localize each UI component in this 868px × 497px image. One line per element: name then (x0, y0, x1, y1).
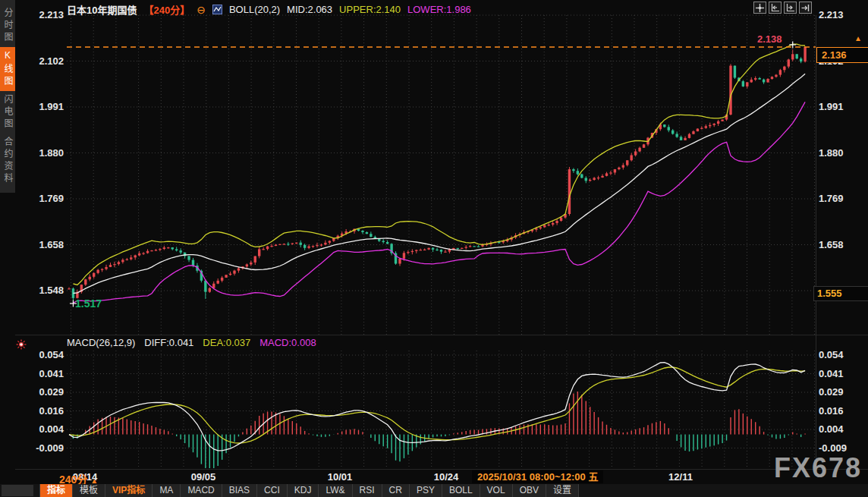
session-high-label: 2.138 (757, 33, 782, 45)
price-axis-label-right: 1.880 (819, 147, 864, 159)
instrument-title: 日本10年期国债 (67, 2, 137, 17)
tab-settings[interactable]: 设置 (546, 484, 579, 497)
price-alert-icon[interactable]: ▲ (854, 35, 862, 42)
price-axis-label-left: 2.213 (23, 9, 64, 21)
price-axis-label-right: 1.769 (819, 193, 864, 205)
macd-axis-label-left: 0.041 (23, 368, 64, 380)
price-axis-label-left: 1.769 (23, 193, 64, 205)
tab-boll[interactable]: BOLL (442, 484, 480, 497)
price-axis-label-left: 1.991 (23, 101, 64, 113)
macd-axis-label-left: 0.004 (23, 423, 64, 436)
boll-lower-value: LOWER:1.986 (407, 4, 471, 15)
tab-lw[interactable]: LW& (319, 484, 352, 497)
macd-axis-label-left: 0.029 (23, 386, 64, 398)
session-low-label: 1.517 (75, 297, 102, 310)
chart-header: 日本10年期国债 【240分】 ⊖ BOLL(20,2) MID:2.063 U… (67, 2, 471, 17)
macd-axis-label-right: -0.009 (819, 442, 864, 455)
macd-axis-label-left: -0.009 (23, 442, 64, 455)
tab-ma[interactable]: MA (153, 484, 181, 497)
macd-axis-label-left: 0.016 (23, 405, 64, 417)
tab-obv[interactable]: OBV (513, 484, 546, 497)
tab-indicators[interactable]: 指标 (39, 484, 73, 497)
corner-panel (2, 485, 33, 496)
x-axis-date-label: 09/05 (179, 471, 228, 483)
tab-kdj[interactable]: KDJ (288, 484, 319, 497)
indicator-tabbar: 指标模板VIP指标MAMACDBIASCCIKDJLW&RSICRPSYBOLL… (0, 484, 868, 497)
macd-diff-value: DIFF:0.041 (144, 337, 193, 348)
price-axis-label-right: 1.991 (819, 101, 864, 113)
macd-macd-value: MACD:0.008 (259, 337, 316, 348)
sidebar-item-flash-chart[interactable]: 闪电图 (0, 91, 15, 134)
reference-price-box: 1.555 (813, 286, 868, 301)
compress-left-icon[interactable] (769, 2, 782, 14)
macd-axis-label-right: 0.054 (819, 349, 864, 361)
period-label: 【240分】 (143, 2, 190, 17)
app-root: 分时图K线图闪电图合约资料 日本10年期国债 【240分】 ⊖ BOLL(20,… (0, 0, 868, 497)
price-axis-label-left: 2.102 (23, 55, 64, 68)
macd-axis-label-left: 0.054 (23, 349, 64, 361)
tab-vol[interactable]: VOL (480, 484, 513, 497)
x-axis-date-label: 10/01 (316, 471, 364, 483)
tab-vip-indicators[interactable]: VIP指标 (105, 484, 153, 497)
tab-rsi[interactable]: RSI (353, 484, 382, 497)
price-axis-label-left: 1.880 (23, 147, 64, 159)
macd-header: MACD(26,12,9) DIFF:0.041 DEA:0.037 MACD:… (67, 337, 316, 348)
tab-psy[interactable]: PSY (410, 484, 442, 497)
last-price-box: 2.136 (816, 47, 868, 63)
boll-label: BOLL(20,2) (229, 4, 280, 15)
x-axis-date-label: 12/11 (656, 471, 705, 483)
price-axis-label-right: 2.213 (819, 9, 864, 21)
price-axis-label-right: 1.658 (819, 239, 864, 251)
price-axis-label-left: 1.658 (23, 239, 64, 251)
boll-upper-value: UPPER:2.140 (339, 4, 401, 15)
tab-cci[interactable]: CCI (257, 484, 288, 497)
tab-macd[interactable]: MACD (181, 484, 222, 497)
collapse-icon[interactable]: ⊖ (197, 4, 206, 16)
macd-axis-label-right: 0.016 (819, 405, 864, 417)
x-axis-date-label: 10/24 (422, 471, 470, 483)
sidebar-item-kline-chart[interactable]: K线图 (0, 47, 15, 91)
tab-cr[interactable]: CR (382, 484, 410, 497)
sidebar: 分时图K线图闪电图合约资料 (0, 0, 15, 193)
alert-sun-icon[interactable] (16, 339, 27, 353)
macd-axis-label-right: 0.041 (819, 368, 864, 380)
goto-latest-icon[interactable] (799, 2, 812, 14)
boll-mid-value: MID:2.063 (287, 4, 332, 15)
tab-bias[interactable]: BIAS (222, 484, 257, 497)
chart-canvas[interactable] (0, 0, 868, 497)
macd-name: MACD(26,12,9) (67, 337, 135, 348)
watermark-logo: FX678 (774, 455, 862, 482)
macd-axis-label-right: 0.004 (819, 423, 864, 436)
compress-right-icon[interactable] (784, 2, 797, 14)
sidebar-item-time-chart[interactable]: 分时图 (0, 5, 15, 47)
cursor-date-box: 2025/10/31 08:00~12:00 五 (472, 470, 603, 483)
macd-axis-label-right: 0.029 (819, 386, 864, 398)
tab-templates[interactable]: 模板 (73, 484, 105, 497)
macd-dea-value: DEA:0.037 (203, 337, 250, 348)
pan-icon[interactable] (753, 2, 766, 14)
chart-toolbar (753, 2, 812, 14)
indicator-icon (212, 5, 222, 14)
sidebar-item-contract-info[interactable]: 合约资料 (0, 134, 15, 188)
price-axis-label-left: 1.548 (23, 285, 64, 297)
